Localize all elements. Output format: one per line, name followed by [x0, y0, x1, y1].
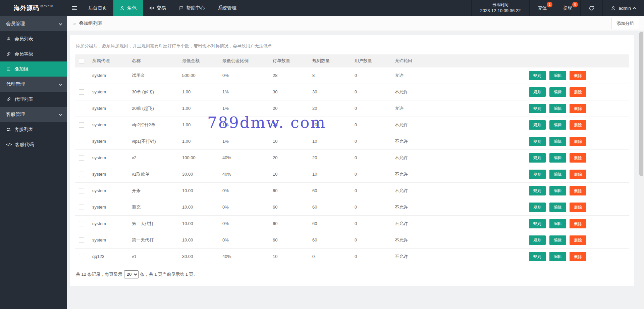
edit-button[interactable]: 编辑: [549, 120, 566, 130]
cell-orders: 28: [269, 67, 309, 84]
cell-min-commission: 1%: [219, 133, 269, 149]
row-checkbox[interactable]: [79, 89, 84, 95]
sidebar-group-service-management[interactable]: 客服管理: [0, 107, 67, 122]
row-checkbox[interactable]: [79, 73, 84, 78]
cell-allow-loop: 不允许: [391, 248, 526, 265]
rule-button[interactable]: 规则: [529, 120, 546, 130]
table-row: system v1取款单 30.00 40% 10 10 0 不允许 规则 编辑…: [75, 166, 629, 182]
page-size-select[interactable]: 20: [124, 270, 139, 278]
delete-button[interactable]: 删除: [570, 104, 586, 113]
recharge-button[interactable]: 充值 1: [529, 0, 555, 16]
nav-item-dashboard[interactable]: 后台首页: [82, 0, 113, 16]
nav-item-system[interactable]: 系统管理: [211, 0, 243, 16]
user-icon: [611, 6, 616, 11]
rule-button[interactable]: 规则: [529, 235, 546, 245]
nav-item-role[interactable]: 角色: [113, 0, 143, 16]
add-group-button[interactable]: 添加分组: [611, 18, 639, 29]
col-rules: 规则数量: [309, 54, 351, 67]
row-checkbox[interactable]: [79, 254, 84, 259]
edit-button[interactable]: 编辑: [549, 104, 566, 113]
row-checkbox[interactable]: [79, 237, 84, 243]
edit-button[interactable]: 编辑: [549, 71, 566, 80]
scrollbar-thumb[interactable]: [639, 32, 643, 176]
nav-item-help-center[interactable]: 帮助中心: [172, 0, 211, 16]
sidebar-item-service-code[interactable]: </> 客服代码: [0, 137, 67, 152]
edit-button[interactable]: 编辑: [549, 153, 566, 163]
cell-orders: 30: [269, 84, 309, 100]
rule-button[interactable]: 规则: [529, 186, 546, 195]
edit-button[interactable]: 编辑: [549, 235, 566, 245]
sidebar-item-member-level[interactable]: 会员等级: [0, 46, 67, 61]
cell-min-amount: 30.00: [179, 166, 219, 182]
row-checkbox[interactable]: [79, 122, 84, 128]
sidebar-item-service-list[interactable]: 客服列表: [0, 122, 67, 137]
edit-button[interactable]: 编辑: [549, 186, 566, 195]
delete-button[interactable]: 删除: [570, 252, 586, 261]
withdraw-button[interactable]: 提现 0: [555, 0, 580, 16]
rule-button[interactable]: 规则: [529, 71, 546, 80]
refresh-button[interactable]: [580, 0, 602, 16]
row-checkbox[interactable]: [79, 221, 84, 226]
row-checkbox[interactable]: [79, 106, 84, 111]
cell-actions: 规则 编辑 删除: [526, 133, 629, 149]
cell-allow-loop: 不允许: [391, 117, 526, 133]
cell-users: 0: [351, 133, 391, 149]
sidebar-item-agent-list[interactable]: 代理列表: [0, 92, 67, 107]
cell-rules: 20: [309, 100, 351, 117]
delete-button[interactable]: 删除: [570, 137, 586, 146]
user-menu[interactable]: admin: [602, 0, 644, 16]
cell-min-amount: 10.00: [179, 232, 219, 248]
row-checkbox[interactable]: [79, 205, 84, 210]
row-checkbox[interactable]: [79, 188, 84, 193]
delete-button[interactable]: 删除: [570, 186, 586, 195]
delete-button[interactable]: 删除: [570, 203, 586, 212]
rule-button[interactable]: 规则: [529, 219, 546, 228]
cell-orders: 60: [269, 199, 309, 215]
cell-name: 20单 (起飞): [128, 100, 179, 117]
nav-item-trade[interactable]: 交易: [143, 0, 172, 16]
sidebar-group-member-management[interactable]: 会员管理: [0, 16, 67, 31]
edit-button[interactable]: 编辑: [549, 137, 566, 146]
delete-button[interactable]: 删除: [570, 235, 586, 245]
rule-button[interactable]: 规则: [529, 87, 546, 97]
delete-button[interactable]: 删除: [570, 71, 586, 80]
delete-button[interactable]: 删除: [570, 87, 586, 97]
rule-button[interactable]: 规则: [529, 137, 546, 146]
link-icon: [6, 97, 11, 102]
delete-button[interactable]: 删除: [570, 153, 586, 163]
edit-button[interactable]: 编辑: [549, 219, 566, 228]
row-checkbox[interactable]: [79, 155, 84, 161]
rule-button[interactable]: 规则: [529, 252, 546, 261]
delete-button[interactable]: 删除: [570, 219, 586, 228]
rule-button[interactable]: 规则: [529, 153, 546, 163]
row-checkbox[interactable]: [79, 172, 84, 177]
row-checkbox[interactable]: [79, 139, 84, 144]
cell-agent: system: [89, 84, 128, 100]
select-all-checkbox[interactable]: [79, 58, 84, 63]
cell-agent: system: [89, 100, 128, 117]
vertical-scrollbar[interactable]: [639, 31, 644, 309]
cell-agent: system: [89, 117, 128, 133]
table-row: system 30单 (起飞) 1.00 1% 30 30 0 不允许 规则 编…: [75, 84, 629, 100]
edit-button[interactable]: 编辑: [549, 170, 566, 179]
delete-button[interactable]: 删除: [570, 170, 586, 179]
cell-users: 0: [351, 166, 391, 182]
sidebar-group-agent-management[interactable]: 代理管理: [0, 77, 67, 92]
cell-users: 0: [351, 67, 391, 84]
cell-users: 0: [351, 100, 391, 117]
cell-actions: 规则 编辑 删除: [526, 149, 629, 166]
rule-button[interactable]: 规则: [529, 170, 546, 179]
rule-button[interactable]: 规则: [529, 203, 546, 212]
delete-button[interactable]: 删除: [570, 120, 586, 130]
cell-agent: qq123: [89, 248, 128, 265]
edit-button[interactable]: 编辑: [549, 252, 566, 261]
rule-button[interactable]: 规则: [529, 104, 546, 113]
edit-button[interactable]: 编辑: [549, 87, 566, 97]
sidebar-toggle-button[interactable]: [67, 0, 82, 16]
edit-button[interactable]: 编辑: [549, 203, 566, 212]
cell-allow-loop: 不允许: [391, 215, 526, 232]
cell-min-commission: 0%: [219, 182, 269, 199]
sidebar-item-member-list[interactable]: 会员列表: [0, 31, 67, 46]
sidebar-item-stack-group[interactable]: 叠加组: [0, 61, 67, 77]
cell-actions: 规则 编辑 删除: [526, 182, 629, 199]
